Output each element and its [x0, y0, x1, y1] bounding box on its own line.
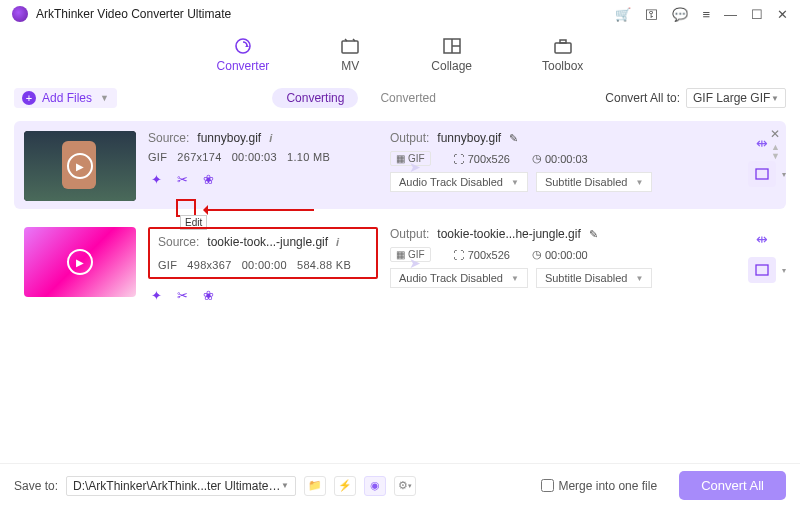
tab-mv[interactable]: MV [339, 36, 361, 73]
tab-converted[interactable]: Converted [366, 88, 449, 108]
output-label: Output: [390, 131, 429, 145]
edit-wand-icon[interactable]: ✦ [148, 287, 164, 303]
compress-icon[interactable]: ⇹ [756, 135, 768, 151]
svg-rect-9 [756, 265, 768, 275]
tab-toolbox[interactable]: Toolbox [542, 36, 583, 73]
subtitle-select[interactable]: Subtitle Disabled▼ [536, 172, 652, 192]
output-resolution: 700x526 [468, 249, 510, 261]
mv-icon [339, 36, 361, 56]
app-title: ArkThinker Video Converter Ultimate [36, 7, 231, 21]
tab-converter[interactable]: Converter [217, 36, 270, 73]
tab-label: Collage [431, 59, 472, 73]
output-format-button[interactable] [748, 257, 776, 283]
settings-button[interactable]: ⚙▾ [394, 476, 416, 496]
enhance-icon[interactable]: ❀ [200, 171, 216, 187]
annotation-highlight-box: Source: tookie-took...-jungle.gif i GIF … [148, 227, 378, 279]
minimize-icon[interactable]: — [724, 7, 737, 22]
save-path-select[interactable]: D:\ArkThinker\ArkThink...ter Ultimate\Co… [66, 476, 296, 496]
source-size: 584.88 KB [297, 259, 351, 271]
svg-rect-8 [756, 169, 768, 179]
output-filename: funnyboy.gif [437, 131, 501, 145]
main-tabs: Converter MV Collage Toolbox [0, 28, 800, 83]
resize-icon: ⛶ [453, 249, 464, 261]
merge-checkbox-input[interactable] [541, 479, 554, 492]
merge-checkbox[interactable]: Merge into one file [541, 479, 657, 493]
bottom-bar: Save to: D:\ArkThinker\ArkThink...ter Ul… [0, 463, 800, 507]
output-label: Output: [390, 227, 429, 241]
arrow-right-icon: ➤ [409, 159, 421, 175]
cart-icon[interactable]: 🛒 [615, 7, 631, 22]
info-icon[interactable]: i [269, 132, 272, 144]
thumbnail[interactable]: ▶ [24, 131, 136, 201]
tab-converting[interactable]: Converting [272, 88, 358, 108]
tab-label: MV [341, 59, 359, 73]
output-resolution: 700x526 [468, 153, 510, 165]
audio-track-select[interactable]: Audio Track Disabled▼ [390, 268, 528, 288]
edit-wand-icon[interactable]: ✦ [148, 171, 164, 187]
enhance-icon[interactable]: ❀ [200, 287, 216, 303]
remove-item-icon[interactable]: ✕ [770, 127, 780, 141]
clock-icon: ◷ [532, 152, 542, 165]
play-icon: ▶ [67, 153, 93, 179]
source-filename: tookie-took...-jungle.gif [207, 235, 328, 249]
rename-icon[interactable]: ✎ [509, 132, 518, 145]
close-icon[interactable]: ✕ [777, 7, 788, 22]
collage-icon [441, 36, 463, 56]
titlebar: ArkThinker Video Converter Ultimate 🛒 ⚿ … [0, 0, 800, 28]
compress-icon[interactable]: ⇹ [756, 231, 768, 247]
task-schedule-button[interactable]: ◉ [364, 476, 386, 496]
source-format: GIF [158, 259, 177, 271]
source-resolution: 267x174 [177, 151, 221, 163]
reorder-icon[interactable]: ▲▼ [771, 143, 780, 161]
convert-all-button[interactable]: Convert All [679, 471, 786, 500]
file-item[interactable]: ▶ Source: funnyboy.gif i GIF 267x174 00:… [14, 121, 786, 209]
clock-icon: ◷ [532, 248, 542, 261]
convert-all-format-value: GIF Large GIF [693, 91, 770, 105]
thumbnail[interactable]: ▶ [24, 227, 136, 297]
subtitle-select[interactable]: Subtitle Disabled▼ [536, 268, 652, 288]
svg-rect-2 [342, 41, 358, 53]
add-files-button[interactable]: + Add Files ▼ [14, 88, 117, 108]
menu-icon[interactable]: ≡ [702, 7, 710, 22]
source-duration: 00:00:03 [232, 151, 277, 163]
svg-marker-1 [245, 45, 249, 47]
source-label: Source: [148, 131, 189, 145]
rename-icon[interactable]: ✎ [589, 228, 598, 241]
output-filename: tookie-tookie...he-jungle.gif [437, 227, 580, 241]
tab-label: Toolbox [542, 59, 583, 73]
source-size: 1.10 MB [287, 151, 330, 163]
open-folder-button[interactable]: 📁 [304, 476, 326, 496]
key-icon[interactable]: ⚿ [645, 7, 658, 22]
add-files-label: Add Files [42, 91, 92, 105]
convert-all-to-label: Convert All to: [605, 91, 680, 105]
audio-track-select[interactable]: Audio Track Disabled▼ [390, 172, 528, 192]
tab-collage[interactable]: Collage [431, 36, 472, 73]
chevron-down-icon: ▼ [771, 94, 779, 103]
cut-icon[interactable]: ✂ [174, 287, 190, 303]
play-icon: ▶ [67, 249, 93, 275]
convert-all-format-select[interactable]: GIF Large GIF ▼ [686, 88, 786, 108]
source-duration: 00:00:00 [242, 259, 287, 271]
annotation-arrow [204, 209, 314, 211]
hardware-accel-button[interactable]: ⚡ [334, 476, 356, 496]
output-format-button[interactable] [748, 161, 776, 187]
resize-icon: ⛶ [453, 153, 464, 165]
svg-rect-7 [560, 40, 566, 43]
cut-icon[interactable]: ✂ [174, 171, 190, 187]
toolbox-icon [552, 36, 574, 56]
source-format: GIF [148, 151, 167, 163]
maximize-icon[interactable]: ☐ [751, 7, 763, 22]
arrow-right-icon: ➤ [409, 255, 421, 271]
svg-rect-6 [555, 43, 571, 53]
output-duration: 00:00:00 [545, 249, 588, 261]
source-label: Source: [158, 235, 199, 249]
merge-label: Merge into one file [558, 479, 657, 493]
info-icon[interactable]: i [336, 236, 339, 248]
plus-icon: + [22, 91, 36, 105]
toolbar: + Add Files ▼ Converting Converted Conve… [14, 83, 786, 113]
feedback-icon[interactable]: 💬 [672, 7, 688, 22]
save-path-value: D:\ArkThinker\ArkThink...ter Ultimate\Co… [73, 479, 281, 493]
file-item[interactable]: ▶ Source: tookie-took...-jungle.gif i GI… [14, 217, 786, 311]
chevron-down-icon: ▼ [281, 481, 289, 490]
window-controls: 🛒 ⚿ 💬 ≡ — ☐ ✕ [615, 7, 788, 22]
